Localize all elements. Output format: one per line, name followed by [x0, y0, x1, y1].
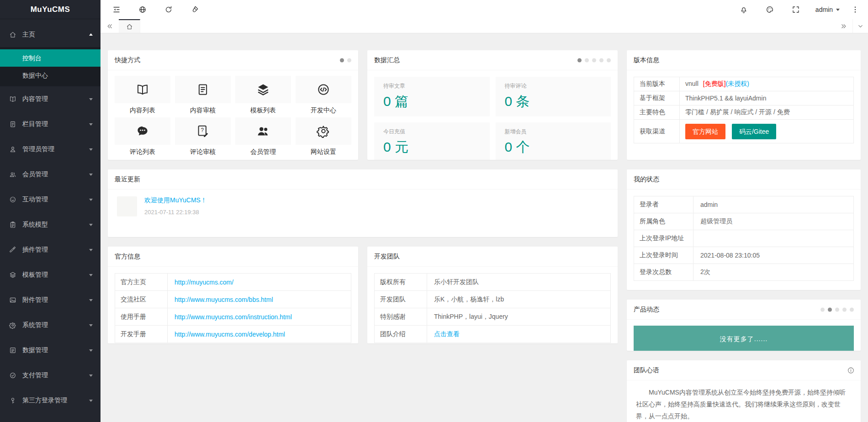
sidebar-item[interactable]: 模板管理 [0, 262, 101, 287]
row-label: 基于框架 [634, 91, 680, 106]
sidebar-item[interactable]: 系统管理 [0, 312, 101, 338]
caret-down-icon [89, 299, 93, 301]
shortcut-icon-box [235, 117, 291, 145]
carousel-dot[interactable] [577, 58, 582, 62]
theme-button[interactable] [757, 0, 783, 19]
sidebar-item[interactable]: 插件管理 [0, 237, 101, 262]
shortcut[interactable]: 开发中心 [296, 76, 351, 114]
tabs-scroll-right-button[interactable] [834, 19, 852, 33]
carousel-dot[interactable] [828, 307, 832, 311]
no-more-banner: 没有更多了...... [634, 326, 854, 351]
caret-down-icon [89, 123, 93, 126]
carousel-dot[interactable] [585, 58, 589, 62]
carousel-dot[interactable] [592, 58, 596, 62]
sidebar-item[interactable]: 支付管理 [0, 363, 101, 388]
shortcut[interactable]: 网站设置 [296, 117, 351, 155]
gitee-button[interactable]: 码云/Gitee [732, 124, 776, 139]
stat-label: 今日充值 [383, 128, 481, 136]
refresh-icon [164, 5, 173, 14]
info-icon[interactable] [847, 366, 855, 374]
sidebar-item[interactable]: 互动管理 [0, 187, 101, 212]
stat-value: 0 篇 [383, 92, 481, 111]
row-label: 获取渠道 [634, 120, 680, 143]
carousel-dot[interactable] [607, 58, 611, 62]
official-site-button[interactable]: 官方网站 [685, 124, 725, 139]
update-link[interactable]: 欢迎使用MuYuCMS！ [144, 196, 207, 204]
table-row: 开发团队 乐K，小航，杨逸轩，lzb [375, 291, 611, 308]
notifications-button[interactable] [731, 0, 757, 19]
shortcut[interactable]: 内容审核 [175, 76, 231, 114]
carousel-dots [820, 307, 854, 311]
sidebar-subitem[interactable]: 数据中心 [0, 67, 101, 84]
card-header: 开发团队 [367, 247, 618, 267]
card-header: 团队心语 [627, 360, 861, 380]
table-row: 开发手册 http://www.muyucms.com/develop.html [115, 326, 351, 343]
shortcut-label: 网站设置 [296, 148, 351, 155]
user-icon [9, 146, 16, 153]
motto-body: MuYuCMS内容管理系统从创立至今始终坚持免费开源，始终坚持倾听社区心声，始终… [627, 380, 861, 422]
shortcut-icon-box [175, 117, 231, 145]
update-item[interactable]: 欢迎使用MuYuCMS！ 2021-07-11 22:19:38 [108, 190, 618, 223]
sidebar-item-label: 第三方登录管理 [22, 396, 67, 405]
brush-icon [191, 5, 199, 14]
unauthorized-badge: (未授权) [726, 80, 749, 87]
sidebar-item[interactable]: 栏目管理 [0, 111, 101, 137]
carousel-dot[interactable] [820, 307, 825, 311]
row-label: 开发手册 [115, 326, 168, 343]
clear-cache-button[interactable] [181, 0, 207, 19]
table-row: 所属角色 超级管理员 [634, 213, 854, 230]
chevrons-right-icon [840, 23, 847, 30]
row-label: 上次登录时间 [634, 247, 693, 264]
sidebar-item[interactable]: 数据管理 [0, 338, 101, 363]
official-link[interactable]: http://muyucms.com/ [175, 279, 233, 286]
sidebar-subitem[interactable]: 控制台 [0, 49, 101, 67]
shortcut[interactable]: 会员管理 [235, 117, 291, 155]
carousel-dot[interactable] [347, 58, 351, 62]
shortcut-label: 会员管理 [235, 148, 291, 155]
stat-value: 0 条 [505, 92, 602, 111]
tabs-scroll-left-button[interactable] [101, 19, 119, 33]
shortcut-icon-box [175, 76, 231, 103]
sidebar-item[interactable]: 系统模型 [0, 212, 101, 237]
carousel-dots [577, 58, 611, 62]
row-label: 团队介绍 [375, 326, 427, 343]
sidebar-item[interactable]: 管理员管理 [0, 137, 101, 162]
carousel-dot[interactable] [835, 307, 839, 311]
fullscreen-button[interactable] [783, 0, 809, 19]
table-row: 登录者 admin [634, 196, 854, 213]
carousel-dot[interactable] [842, 307, 847, 311]
sidebar-item-home[interactable]: 主页 [0, 22, 101, 47]
shortcut[interactable]: 评论审核 [175, 117, 231, 155]
official-link[interactable]: http://www.muyucms.com/instruction.html [175, 313, 292, 321]
sidebar-item[interactable]: 附件管理 [0, 287, 101, 312]
stat-box: 待审文章 0 篇 [374, 77, 490, 116]
official-link[interactable]: http://www.muyucms.com/develop.html [175, 331, 285, 338]
shortcut[interactable]: 内容列表 [115, 76, 170, 114]
caret-down-icon [89, 274, 93, 276]
tab-home[interactable] [119, 19, 140, 33]
shortcut-label: 模板列表 [235, 106, 291, 114]
user-menu[interactable]: admin [809, 0, 846, 19]
refresh-button[interactable] [155, 0, 181, 19]
visit-site-button[interactable] [129, 0, 155, 19]
collapse-sidebar-button[interactable] [103, 0, 129, 19]
sidebar-item-label: 模板管理 [22, 271, 48, 279]
card-title: 开发团队 [374, 253, 400, 260]
card-title: 最近更新 [115, 175, 140, 183]
official-link[interactable]: http://www.muyucms.com/bbs.html [175, 296, 273, 303]
sidebar-item[interactable]: 会员管理 [0, 162, 101, 187]
card-header: 数据汇总 [367, 50, 618, 70]
shortcut[interactable]: 模板列表 [235, 76, 291, 114]
version-table: 当前版本 vnull[免费版](未授权) 基于框架 ThinkPHP5.1 &&… [634, 77, 854, 143]
carousel-dot[interactable] [599, 58, 603, 62]
carousel-dot[interactable] [340, 58, 344, 62]
row-label: 主要特色 [634, 106, 680, 120]
shortcut[interactable]: 评论列表 [115, 117, 170, 155]
sidebar-item[interactable]: 第三方登录管理 [0, 388, 101, 413]
more-menu-button[interactable] [846, 0, 864, 19]
tabs-dropdown-button[interactable] [852, 19, 868, 33]
sidebar-item[interactable]: 内容管理 [0, 86, 101, 111]
key-icon [9, 397, 16, 404]
carousel-dot[interactable] [850, 307, 854, 311]
row-label: 当前版本 [634, 77, 680, 91]
